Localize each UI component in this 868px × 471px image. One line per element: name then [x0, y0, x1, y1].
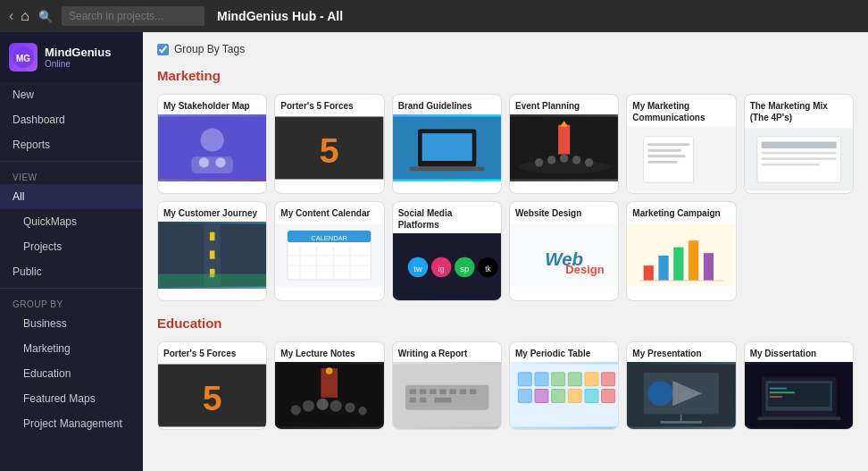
svg-text:5: 5 [320, 131, 339, 170]
card-webdesign[interactable]: Website Design Web Design [509, 201, 619, 301]
svg-point-79 [326, 367, 332, 374]
search-input[interactable] [62, 6, 204, 26]
groupby-section-label: GROUP BY [0, 292, 143, 311]
card-event[interactable]: Event Planning [509, 94, 619, 194]
svg-rect-25 [648, 149, 681, 152]
svg-rect-101 [552, 390, 565, 403]
card-title: The Marketing Mix (The 4P's) [745, 95, 853, 126]
new-label: New [13, 88, 34, 101]
sidebar-item-education[interactable]: Education [0, 361, 143, 386]
education-section-label: Education [157, 315, 854, 332]
card-title: My Stakeholder Map [158, 95, 266, 114]
svg-rect-85 [439, 389, 446, 394]
svg-rect-63 [644, 265, 654, 281]
card-periodic[interactable]: My Periodic Table [509, 341, 619, 430]
group-by-checkbox[interactable] [157, 44, 169, 55]
svg-text:5: 5 [203, 379, 222, 417]
svg-rect-88 [470, 389, 476, 394]
card-thumbnail [393, 362, 501, 429]
sidebar-item-projects[interactable]: Projects [0, 234, 143, 259]
topbar-title: MindGenius Hub - All [217, 9, 343, 23]
svg-rect-97 [585, 373, 598, 386]
card-porters5[interactable]: Porter's 5 Forces 5 [274, 94, 384, 194]
card-thumbnail [158, 114, 266, 181]
card-title: Social Media Platforms [393, 202, 501, 233]
svg-point-77 [359, 407, 367, 415]
svg-rect-20 [558, 125, 570, 155]
group-by-label: Group By Tags [174, 43, 245, 55]
sidebar-item-all[interactable]: All [0, 184, 143, 209]
sidebar-item-new[interactable]: New [0, 82, 143, 107]
sidebar-item-quickmaps[interactable]: QuickMaps [0, 209, 143, 234]
card-thumbnail: CALENDAR [275, 222, 383, 289]
svg-rect-117 [770, 396, 782, 398]
marketing-cards-grid: My Stakeholder Map Porter's 5 Forces [157, 94, 854, 301]
sidebar-item-dashboard[interactable]: Dashboard [0, 107, 143, 132]
education-cards-grid: Porter's 5 Forces 5 My Lecture Notes [157, 341, 854, 430]
svg-rect-115 [770, 388, 787, 390]
svg-rect-4 [191, 156, 233, 173]
svg-point-75 [330, 400, 342, 412]
card-title: My Lecture Notes [275, 342, 383, 362]
svg-point-72 [291, 405, 301, 415]
card-thumbnail [745, 126, 853, 193]
sidebar-item-public[interactable]: Public [0, 259, 143, 284]
svg-rect-82 [409, 389, 415, 394]
svg-rect-84 [430, 389, 436, 394]
group-by-bar: Group By Tags [157, 43, 854, 55]
svg-rect-87 [459, 389, 465, 394]
card-thumbnail: 5 [275, 114, 383, 181]
card-thumbnail [393, 114, 501, 181]
svg-rect-30 [761, 141, 836, 147]
card-presentation[interactable]: My Presentation [626, 341, 736, 430]
sidebar-item-featured-maps[interactable]: Featured Maps [0, 386, 143, 411]
card-report[interactable]: Writing a Report [392, 341, 502, 430]
view-section-label: VIEW [0, 165, 143, 184]
card-campaign[interactable]: Marketing Campaign [626, 201, 736, 301]
card-dissertation[interactable]: My Dissertation [744, 341, 854, 430]
sidebar-item-reports[interactable]: Reports [0, 132, 143, 157]
card-title: My Content Calendar [275, 202, 383, 222]
svg-rect-36 [210, 232, 215, 240]
logo-text: MindGenius Online [45, 46, 111, 69]
sidebar-item-project-management[interactable]: Project Management [0, 411, 143, 436]
svg-point-5 [199, 157, 209, 167]
card-customer[interactable]: My Customer Journey [157, 201, 267, 301]
reports-label: Reports [13, 139, 50, 151]
card-marketingmix[interactable]: The Marketing Mix (The 4P's) [744, 94, 854, 194]
card-thumbnail: 5 [158, 362, 266, 429]
education-section: Education Porter's 5 Forces 5 My Lecture… [157, 315, 854, 430]
card-social[interactable]: Social Media Platforms tw ig sp tk [392, 201, 502, 301]
svg-rect-99 [518, 390, 531, 403]
card-title: My Presentation [627, 342, 735, 362]
svg-point-6 [215, 157, 225, 167]
card-content[interactable]: My Content Calendar CALENDAR [274, 201, 384, 301]
svg-rect-102 [568, 390, 581, 403]
sidebar-item-marketing[interactable]: Marketing [0, 336, 143, 361]
svg-point-15 [535, 158, 543, 166]
svg-text:Design: Design [565, 263, 605, 276]
svg-text:MG: MG [16, 54, 30, 63]
svg-text:CALENDAR: CALENDAR [312, 234, 348, 242]
search-icon: 🔍 [38, 10, 53, 23]
svg-rect-83 [420, 389, 426, 394]
card-thumbnail [627, 126, 735, 193]
back-icon[interactable]: ‹ [9, 8, 13, 24]
card-title: Porter's 5 Forces [158, 342, 266, 362]
svg-rect-33 [761, 164, 819, 166]
card-edu-porters5[interactable]: Porter's 5 Forces 5 [157, 341, 267, 430]
topbar-nav: ‹ ⌂ [9, 8, 29, 24]
card-brand[interactable]: Brand Guidelines [392, 94, 502, 194]
svg-point-19 [585, 158, 593, 166]
svg-rect-65 [674, 248, 684, 281]
card-stakeholder[interactable]: My Stakeholder Map [157, 94, 267, 194]
svg-text:tk: tk [485, 265, 491, 273]
sidebar-item-business[interactable]: Business [0, 311, 143, 336]
marketing-section-label: Marketing [157, 68, 854, 85]
svg-rect-37 [210, 250, 215, 258]
home-icon[interactable]: ⌂ [21, 8, 29, 24]
svg-rect-91 [434, 398, 451, 403]
card-lecture[interactable]: My Lecture Notes [274, 341, 384, 430]
card-mymarketing[interactable]: My Marketing Communications [626, 94, 736, 194]
svg-rect-94 [535, 373, 548, 386]
